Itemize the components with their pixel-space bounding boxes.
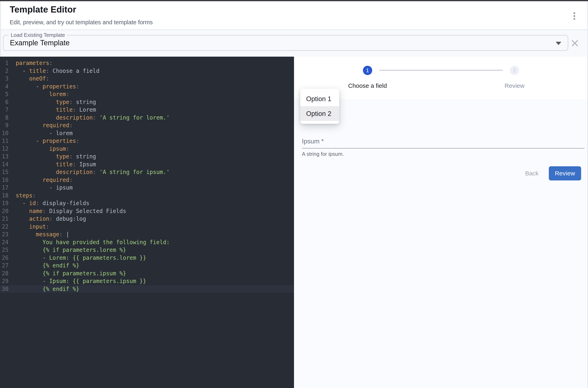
kebab-dot — [573, 15, 575, 17]
line-number: 3 — [0, 75, 8, 83]
code-line-20: 20 name: Display Selected Fields — [0, 207, 294, 215]
code-editor[interactable]: 1parameters:2 - title: Choose a field3 o… — [0, 57, 294, 388]
line-number: 27 — [0, 262, 8, 269]
line-number: 2 — [0, 67, 8, 75]
code-text: required: — [8, 121, 72, 129]
line-number: 20 — [0, 207, 8, 215]
code-text: oneOf: — [8, 75, 49, 83]
clear-template-button[interactable] — [569, 37, 581, 49]
code-line-8: 8 description: 'A string for lorem.' — [0, 114, 294, 121]
code-line-26: 26 - Lorem: {{ parameters.lorem }} — [0, 254, 294, 262]
line-number: 30 — [0, 285, 8, 293]
step-1-label: Choose a field — [348, 82, 387, 89]
line-number: 11 — [0, 137, 8, 145]
kebab-dot — [573, 18, 575, 20]
code-text: {% endif %} — [8, 285, 79, 293]
code-text: - Lorem: {{ parameters.lorem }} — [8, 254, 146, 262]
code-line-10: 10 - lorem — [0, 129, 294, 137]
code-text: parameters: — [8, 59, 53, 67]
code-text: description: 'A string for lorem.' — [8, 114, 170, 121]
page-title: Template Editor — [10, 4, 76, 15]
line-number: 10 — [0, 129, 8, 137]
page-header: Template Editor Edit, preview, and try o… — [0, 1, 588, 29]
step-2-label: Review — [504, 82, 524, 89]
code-line-25: 25 {% if parameters.lorem %} — [0, 246, 294, 254]
code-line-15: 15 description: 'A string for ipsum.' — [0, 168, 294, 176]
code-line-3: 3 oneOf: — [0, 75, 294, 83]
code-line-12: 12 ipsum: — [0, 145, 294, 153]
code-line-9: 9 required: — [0, 121, 294, 129]
line-number: 1 — [0, 59, 8, 67]
line-number: 8 — [0, 114, 8, 121]
template-loader-section: Load Existing Template Example Template — [0, 29, 588, 57]
code-text: - id: display-fields — [8, 199, 89, 207]
line-number: 12 — [0, 145, 8, 153]
code-line-21: 21 action: debug:log — [0, 215, 294, 223]
line-number: 21 — [0, 215, 8, 223]
menu-option-1[interactable]: Option 1 — [300, 92, 339, 106]
code-line-22: 22 input: — [0, 223, 294, 231]
code-text: - lorem — [8, 129, 72, 137]
code-line-27: 27 {% endif %} — [0, 262, 294, 269]
step-2: 2Review — [441, 57, 588, 99]
line-number: 6 — [0, 98, 8, 106]
code-line-6: 6 type: string — [0, 98, 294, 106]
line-number: 14 — [0, 160, 8, 168]
code-line-13: 13 type: string — [0, 152, 294, 160]
chevron-down-icon[interactable] — [556, 42, 561, 45]
code-line-2: 2 - title: Choose a field — [0, 67, 294, 75]
line-number: 24 — [0, 238, 8, 246]
code-line-11: 11 - properties: — [0, 137, 294, 145]
load-template-select[interactable]: Load Existing Template Example Template — [3, 35, 568, 51]
left-edge-strip — [0, 1, 1, 57]
line-number: 7 — [0, 106, 8, 114]
code-line-7: 7 title: Lorem — [0, 106, 294, 114]
code-line-14: 14 title: Ipsum — [0, 160, 294, 168]
line-number: 23 — [0, 230, 8, 238]
code-text: required: — [8, 176, 72, 184]
code-text: name: Display Selected Fields — [8, 207, 126, 215]
menu-option-2[interactable]: Option 2 — [300, 106, 339, 121]
code-line-16: 16 required: — [0, 176, 294, 184]
code-line-1: 1parameters: — [0, 59, 294, 67]
load-template-label: Load Existing Template — [9, 32, 67, 38]
code-text: - properties: — [8, 83, 79, 90]
code-line-5: 5 lorem: — [0, 90, 294, 98]
line-number: 19 — [0, 199, 8, 207]
line-number: 15 — [0, 168, 8, 176]
code-text: lorem: — [8, 90, 69, 98]
line-number: 17 — [0, 184, 8, 192]
review-button[interactable]: Review — [549, 166, 581, 180]
code-line-23: 23 message: | — [0, 230, 294, 238]
code-text: - title: Choose a field — [8, 67, 99, 75]
code-text: {% if parameters.ipsum %} — [8, 269, 126, 277]
line-number: 13 — [0, 152, 8, 160]
code-line-24: 24 You have provided the following field… — [0, 238, 294, 246]
code-text: type: string — [8, 98, 96, 106]
form-preview-panel: 1Choose a field2Review Option 1Option 2 … — [294, 57, 588, 388]
code-line-18: 18steps: — [0, 192, 294, 199]
back-button[interactable]: Back — [518, 166, 546, 180]
code-text: {% if parameters.lorem %} — [8, 246, 126, 254]
code-text: message: | — [8, 230, 69, 238]
line-number: 5 — [0, 90, 8, 98]
select-dropdown-menu: Option 1Option 2 — [300, 89, 339, 124]
code-text: - properties: — [8, 137, 79, 145]
code-line-29: 29 - Ipsum: {{ parameters.ipsum }} — [0, 277, 294, 285]
code-line-28: 28 {% if parameters.ipsum %} — [0, 269, 294, 277]
page-subtitle: Edit, preview, and try out templates and… — [10, 19, 153, 26]
code-text: type: string — [8, 152, 96, 160]
code-line-4: 4 - properties: — [0, 83, 294, 90]
line-number: 29 — [0, 277, 8, 285]
line-number: 25 — [0, 246, 8, 254]
code-text: {% endif %} — [8, 262, 79, 269]
code-text: description: 'A string for ipsum.' — [8, 168, 170, 176]
load-template-value: Example Template — [10, 39, 70, 47]
ipsum-helper-text: A string for ipsum. — [302, 151, 344, 157]
kebab-menu-icon[interactable] — [568, 9, 581, 23]
ipsum-field-input[interactable] — [302, 136, 585, 148]
step-2-indicator: 2 — [510, 66, 519, 75]
line-number: 26 — [0, 254, 8, 262]
code-text: steps: — [8, 192, 36, 199]
ipsum-field-underline — [302, 148, 585, 148]
